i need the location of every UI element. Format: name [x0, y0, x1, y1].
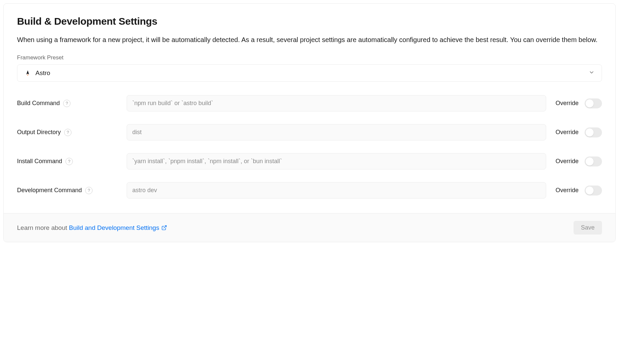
- development-command-label-wrap: Development Command ?: [17, 187, 117, 194]
- footer-text: Learn more about Build and Development S…: [17, 224, 167, 232]
- framework-selected-value: Astro: [35, 69, 50, 77]
- framework-preset-label: Framework Preset: [17, 54, 602, 61]
- development-command-input-wrap: [127, 182, 546, 199]
- row-development-command: Development Command ? Override: [17, 182, 602, 199]
- build-command-label-wrap: Build Command ?: [17, 100, 117, 107]
- help-icon[interactable]: ?: [65, 158, 73, 165]
- output-override-wrap: Override: [556, 127, 602, 137]
- development-command-input[interactable]: [127, 182, 546, 199]
- external-link-icon: [161, 225, 167, 231]
- save-button[interactable]: Save: [574, 221, 602, 235]
- row-install-command: Install Command ? Override: [17, 153, 602, 169]
- settings-card: Build & Development Settings When using …: [3, 3, 616, 242]
- help-icon[interactable]: ?: [85, 187, 93, 194]
- toggle-knob: [586, 128, 594, 136]
- framework-select[interactable]: Astro: [17, 64, 602, 82]
- toggle-knob: [586, 187, 594, 195]
- toggle-knob: [586, 99, 594, 107]
- build-override-label: Override: [556, 100, 579, 107]
- dev-override-wrap: Override: [556, 186, 602, 196]
- page-title: Build & Development Settings: [17, 16, 602, 27]
- install-command-label: Install Command: [17, 158, 62, 165]
- row-output-directory: Output Directory ? Override: [17, 124, 602, 140]
- build-command-input-wrap: [127, 95, 546, 111]
- output-directory-label-wrap: Output Directory ?: [17, 129, 117, 136]
- build-command-input[interactable]: [127, 95, 546, 111]
- development-command-label: Development Command: [17, 187, 82, 194]
- output-override-label: Override: [556, 129, 579, 136]
- footer-link[interactable]: Build and Development Settings: [69, 224, 167, 232]
- build-override-toggle[interactable]: [585, 98, 602, 108]
- output-directory-input[interactable]: [127, 124, 546, 140]
- install-override-label: Override: [556, 158, 579, 165]
- build-command-label: Build Command: [17, 100, 60, 107]
- page-description: When using a framework for a new project…: [17, 34, 602, 45]
- framework-select-wrap: Astro: [17, 64, 602, 82]
- install-override-toggle[interactable]: [585, 156, 602, 166]
- toggle-knob: [586, 157, 594, 165]
- install-override-wrap: Override: [556, 156, 602, 166]
- help-icon[interactable]: ?: [63, 100, 70, 107]
- row-build-command: Build Command ? Override: [17, 95, 602, 111]
- footer-prefix: Learn more about: [17, 224, 69, 231]
- install-command-input-wrap: [127, 153, 546, 169]
- output-override-toggle[interactable]: [585, 127, 602, 137]
- astro-icon: [24, 69, 31, 77]
- card-body: Build & Development Settings When using …: [4, 4, 615, 213]
- card-footer: Learn more about Build and Development S…: [4, 213, 615, 242]
- svg-line-0: [164, 226, 166, 228]
- build-override-wrap: Override: [556, 98, 602, 108]
- dev-override-label: Override: [556, 187, 579, 194]
- footer-link-text: Build and Development Settings: [69, 224, 159, 232]
- dev-override-toggle[interactable]: [585, 186, 602, 196]
- output-directory-label: Output Directory: [17, 129, 61, 136]
- settings-rows: Build Command ? Override Output Director…: [17, 95, 602, 199]
- install-command-input[interactable]: [127, 153, 546, 169]
- help-icon[interactable]: ?: [64, 129, 71, 136]
- output-directory-input-wrap: [127, 124, 546, 140]
- install-command-label-wrap: Install Command ?: [17, 158, 117, 165]
